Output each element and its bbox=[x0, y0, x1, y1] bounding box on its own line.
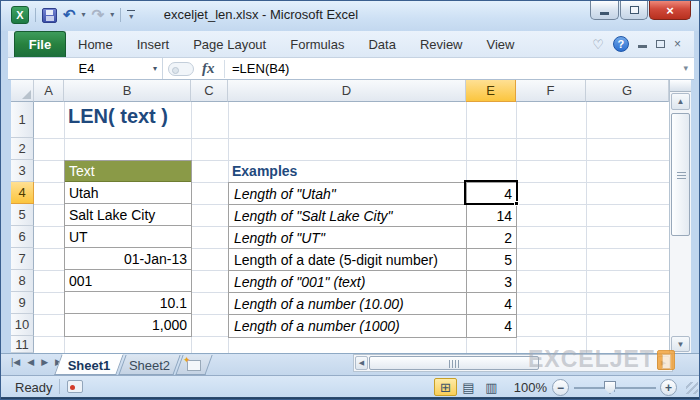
cell-d7[interactable]: Length of a date (5-digit number) bbox=[229, 249, 467, 270]
row-header-11[interactable]: 11 bbox=[11, 336, 34, 353]
vertical-scrollbar[interactable]: ▲ ▼ bbox=[669, 80, 691, 353]
zoom-level[interactable]: 100% bbox=[507, 380, 547, 395]
next-sheet-icon[interactable]: ▶ bbox=[41, 357, 48, 367]
cell-d10[interactable]: Length of a number (1000) bbox=[229, 315, 467, 337]
previous-sheet-icon[interactable]: ◀ bbox=[27, 357, 34, 367]
row-header-3[interactable]: 3 bbox=[11, 160, 34, 182]
cell-d6[interactable]: Length of "UT" bbox=[229, 227, 467, 248]
sheet-tab-sheet2[interactable]: Sheet2 bbox=[122, 355, 177, 375]
cell-b10[interactable]: 1,000 bbox=[65, 314, 191, 336]
cell-b7[interactable]: 01-Jan-13 bbox=[65, 248, 191, 270]
table-row: Length of "UT" 2 bbox=[229, 227, 516, 249]
sheet-tab-sheet1[interactable]: Sheet1 bbox=[58, 355, 120, 375]
tab-review[interactable]: Review bbox=[408, 31, 475, 57]
restore-button[interactable] bbox=[620, 1, 648, 20]
horizontal-scroll-thumb[interactable] bbox=[369, 356, 539, 370]
cell-d3-examples-heading[interactable]: Examples bbox=[232, 163, 297, 179]
expand-formula-bar-icon[interactable]: ▾ bbox=[683, 63, 688, 73]
close-button[interactable]: × bbox=[649, 1, 691, 20]
formula-bar-divider bbox=[168, 62, 194, 76]
scroll-left-icon[interactable]: ◀ bbox=[355, 356, 368, 370]
name-box[interactable]: E4 ▾ bbox=[11, 58, 163, 79]
zoom-out-icon[interactable]: − bbox=[552, 379, 569, 396]
macro-record-icon[interactable] bbox=[67, 380, 83, 393]
cell-b5[interactable]: Salt Lake City bbox=[65, 204, 191, 226]
cell-d9[interactable]: Length of a number (10.00) bbox=[229, 293, 467, 314]
row-header-8[interactable]: 8 bbox=[11, 270, 34, 292]
column-header-e[interactable]: E bbox=[466, 80, 516, 102]
examples-table: Length of "Utah" 4 Length of "Salt Lake … bbox=[228, 182, 517, 338]
split-handle[interactable] bbox=[670, 80, 691, 92]
exceljet-logo-icon bbox=[657, 350, 675, 370]
row-header-4[interactable]: 4 bbox=[11, 182, 34, 204]
divider bbox=[224, 60, 225, 78]
title-bar: X ↶ ▾ ↷ ▾ ▾ exceljet_len.xlsx - Microsof… bbox=[1, 1, 700, 31]
page-break-view-icon[interactable]: ▥ bbox=[480, 378, 503, 396]
first-sheet-icon[interactable]: |◀ bbox=[11, 357, 20, 367]
insert-worksheet-tab[interactable]: ✦ bbox=[179, 355, 209, 375]
cell-e8[interactable]: 3 bbox=[467, 271, 516, 292]
heart-icon[interactable]: ♡ bbox=[592, 37, 604, 52]
column-header-g[interactable]: G bbox=[586, 80, 669, 102]
cell-b4[interactable]: Utah bbox=[65, 182, 191, 204]
formula-input[interactable]: =LEN(B4) bbox=[232, 61, 289, 76]
workbook-minimize-icon[interactable] bbox=[638, 40, 647, 48]
insert-worksheet-icon: ✦ bbox=[187, 360, 201, 371]
select-all-corner[interactable] bbox=[11, 80, 34, 102]
workbook-close-icon[interactable]: × bbox=[674, 37, 681, 51]
name-box-dropdown-icon[interactable]: ▾ bbox=[153, 64, 157, 73]
vertical-scroll-thumb[interactable] bbox=[671, 113, 690, 236]
exceljet-watermark: EXCELJET bbox=[528, 346, 675, 373]
active-cell-selection[interactable] bbox=[464, 180, 518, 205]
row-header-9[interactable]: 9 bbox=[11, 292, 34, 314]
cell-d5[interactable]: Length of "Salt Lake City" bbox=[229, 205, 467, 226]
fill-handle[interactable] bbox=[514, 201, 519, 206]
row-header-2[interactable]: 2 bbox=[11, 138, 34, 160]
zoom-in-icon[interactable]: + bbox=[660, 379, 677, 396]
tab-data[interactable]: Data bbox=[356, 31, 407, 57]
cell-e6[interactable]: 2 bbox=[467, 227, 516, 248]
column-header-a[interactable]: A bbox=[34, 80, 64, 102]
column-header-b[interactable]: B bbox=[64, 80, 191, 102]
tab-view[interactable]: View bbox=[475, 31, 527, 57]
cell-b9[interactable]: 10.1 bbox=[65, 292, 191, 314]
cell-b8[interactable]: 001 bbox=[65, 270, 191, 292]
cell-b6[interactable]: UT bbox=[65, 226, 191, 248]
normal-view-icon[interactable]: ⊞ bbox=[434, 378, 457, 396]
column-header-c[interactable]: C bbox=[191, 80, 228, 102]
scroll-up-icon[interactable]: ▲ bbox=[671, 93, 690, 110]
workbook-restore-icon[interactable] bbox=[656, 40, 665, 48]
help-icon[interactable]: ? bbox=[613, 36, 629, 52]
tab-page-layout[interactable]: Page Layout bbox=[181, 31, 278, 57]
text-table: Text Utah Salt Lake City UT 01-Jan-13 00… bbox=[64, 160, 192, 337]
column-header-f[interactable]: F bbox=[516, 80, 586, 102]
view-shortcuts: ⊞ ▤ ▥ bbox=[434, 378, 503, 396]
row-header-1[interactable]: 1 bbox=[11, 102, 34, 138]
minimize-button[interactable] bbox=[590, 1, 619, 20]
insert-function-icon[interactable]: fx bbox=[202, 60, 215, 77]
resize-grip[interactable] bbox=[686, 382, 698, 394]
row-header-10[interactable]: 10 bbox=[11, 314, 34, 336]
row-header-6[interactable]: 6 bbox=[11, 226, 34, 248]
cell-d4[interactable]: Length of "Utah" bbox=[229, 183, 467, 204]
row-header-7[interactable]: 7 bbox=[11, 248, 34, 270]
page-layout-view-icon[interactable]: ▤ bbox=[457, 378, 480, 396]
window-controls: × bbox=[590, 1, 691, 20]
cell-e5[interactable]: 14 bbox=[467, 205, 516, 226]
table-row: Length of a number (10.00) 4 bbox=[229, 293, 516, 315]
tab-formulas[interactable]: Formulas bbox=[278, 31, 356, 57]
table-row: Length of a date (5-digit number) 5 bbox=[229, 249, 516, 271]
zoom-slider-thumb[interactable] bbox=[604, 381, 616, 394]
cell-d8[interactable]: Length of "001" (text) bbox=[229, 271, 467, 292]
text-table-header[interactable]: Text bbox=[65, 161, 191, 182]
tab-file[interactable]: File bbox=[14, 31, 66, 57]
cell-e7[interactable]: 5 bbox=[467, 249, 516, 270]
column-header-d[interactable]: D bbox=[228, 80, 466, 102]
tab-home[interactable]: Home bbox=[66, 31, 125, 57]
status-mode: Ready bbox=[15, 380, 53, 395]
cell-b1-title[interactable]: LEN( text ) bbox=[68, 105, 168, 128]
row-header-5[interactable]: 5 bbox=[11, 204, 34, 226]
cell-e9[interactable]: 4 bbox=[467, 293, 516, 314]
cell-e10[interactable]: 4 bbox=[467, 315, 516, 337]
tab-insert[interactable]: Insert bbox=[125, 31, 182, 57]
